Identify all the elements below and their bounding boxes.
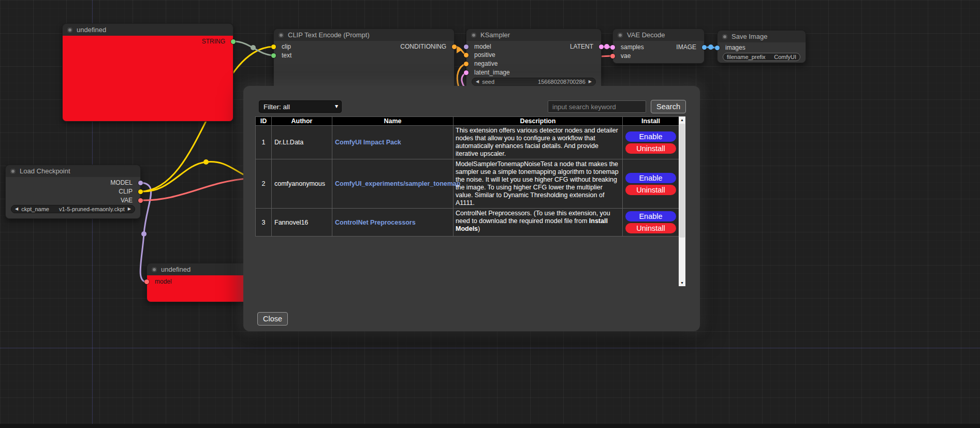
cell-author: Fannovel16: [272, 209, 332, 237]
widget-value: v1-5-pruned-emaonly.ckpt: [59, 206, 125, 212]
node-title-bar[interactable]: Save Image: [717, 30, 806, 42]
output-slot-clip[interactable]: CLIP: [6, 188, 140, 195]
output-slot-string[interactable]: STRING: [63, 38, 233, 45]
cell-description: This extension offers various detector n…: [454, 126, 623, 159]
slot-dot[interactable]: [464, 53, 469, 57]
widget-label: ckpt_name: [21, 206, 49, 212]
slot-dot[interactable]: [138, 198, 143, 203]
previous-icon[interactable]: ◀: [15, 207, 18, 211]
table-row: 1 Dr.Lt.Data ComfyUI Impact Pack This ex…: [256, 126, 679, 159]
slot-dot[interactable]: [464, 70, 469, 75]
output-slot-model[interactable]: MODEL: [6, 179, 140, 186]
node-title: Load Checkpoint: [20, 167, 70, 175]
enable-button[interactable]: Enable: [625, 211, 676, 222]
widget-value: 156680208700286: [538, 79, 586, 85]
input-slot-negative[interactable]: negative: [466, 60, 601, 67]
table-scrollbar[interactable]: ▲ ▼: [679, 116, 685, 286]
slot-dot[interactable]: [144, 279, 149, 284]
enable-button[interactable]: Enable: [625, 131, 676, 142]
slot-dot[interactable]: [599, 45, 604, 49]
next-icon[interactable]: ▶: [128, 207, 131, 211]
output-slot-vae[interactable]: VAE: [6, 197, 140, 204]
header-description: Description: [454, 117, 623, 126]
filename-prefix-widget[interactable]: filename_prefix ComfyUI: [723, 53, 800, 61]
slot-dot[interactable]: [231, 39, 236, 44]
node-vae-decode[interactable]: VAE Decode samples vae IMAGE: [612, 28, 705, 64]
uninstall-button[interactable]: Uninstall: [625, 185, 676, 195]
scroll-up-icon[interactable]: ▲: [679, 116, 685, 123]
output-slot-conditioning[interactable]: CONDITIONING: [274, 43, 454, 50]
search-input[interactable]: [548, 100, 646, 113]
node-load-checkpoint[interactable]: Load Checkpoint MODEL CLIP VAE ◀ ckpt_na…: [5, 165, 141, 219]
extension-link[interactable]: ComfyUI_experiments/sampler_tonemap: [335, 180, 460, 187]
slot-dot[interactable]: [138, 189, 143, 194]
input-slot-positive[interactable]: positive: [466, 51, 601, 58]
collapse-dot-icon[interactable]: [67, 27, 72, 33]
filter-dropdown[interactable]: Filter: all: [259, 100, 342, 113]
slot-dot[interactable]: [271, 53, 276, 58]
table-row: 2 comfyanonymous ComfyUI_experiments/sam…: [256, 159, 679, 209]
node-title-bar[interactable]: VAE Decode: [612, 28, 705, 41]
collapse-dot-icon[interactable]: [618, 33, 623, 38]
enable-button[interactable]: Enable: [625, 173, 676, 183]
slot-label: negative: [474, 60, 498, 67]
node-body: MODEL CLIP VAE ◀ ckpt_name v1-5-pruned-e…: [5, 177, 141, 219]
slot-label: latent_image: [474, 69, 510, 76]
output-slot-latent[interactable]: LATENT: [466, 43, 601, 50]
input-slot-vae[interactable]: vae: [613, 52, 704, 60]
scrollbar-thumb[interactable]: [679, 124, 685, 238]
collapse-dot-icon[interactable]: [471, 33, 476, 38]
description-text: ControlNet Preprocessors. (To use this e…: [456, 210, 610, 225]
node-save-image[interactable]: Save Image images filename_prefix ComfyU…: [717, 30, 806, 63]
search-button[interactable]: Search: [651, 100, 686, 113]
slot-label: model: [155, 278, 172, 285]
node-undefined-top[interactable]: undefined STRING: [62, 23, 233, 122]
link-midpoint-dot: [203, 159, 209, 165]
ckpt-name-widget[interactable]: ◀ ckpt_name v1-5-pruned-emaonly.ckpt ▶: [11, 205, 135, 213]
slot-dot[interactable]: [452, 45, 457, 49]
custom-nodes-table-wrap: ID Author Name Description Install 1 Dr.…: [255, 116, 679, 286]
decrement-icon[interactable]: ◀: [476, 80, 479, 84]
input-slot-latent-image[interactable]: latent_image: [466, 69, 601, 76]
output-slot-image[interactable]: IMAGE: [613, 43, 704, 51]
node-title: KSampler: [480, 31, 510, 39]
uninstall-button[interactable]: Uninstall: [625, 223, 676, 233]
input-slot-text[interactable]: text: [274, 52, 454, 59]
slot-label: images: [725, 44, 745, 51]
extension-link[interactable]: ComfyUI Impact Pack: [335, 139, 401, 146]
node-title-bar[interactable]: KSampler: [466, 28, 602, 41]
increment-icon[interactable]: ▶: [589, 80, 592, 84]
extension-link[interactable]: ControlNet Preprocessors: [335, 219, 416, 226]
close-button[interactable]: Close: [257, 312, 288, 326]
custom-nodes-manager-dialog: Filter: all ▾ Search ID Author Name Desc…: [243, 86, 700, 331]
uninstall-button[interactable]: Uninstall: [625, 143, 676, 154]
node-title: VAE Decode: [627, 31, 665, 39]
collapse-dot-icon[interactable]: [152, 267, 157, 272]
slot-dot[interactable]: [702, 45, 707, 50]
slot-dot[interactable]: [464, 62, 469, 66]
collapse-dot-icon[interactable]: [10, 169, 16, 174]
scroll-down-icon[interactable]: ▼: [679, 279, 685, 286]
canvas-bottom-edge: [0, 424, 980, 428]
custom-nodes-table: ID Author Name Description Install 1 Dr.…: [255, 116, 679, 237]
collapse-dot-icon[interactable]: [722, 34, 727, 39]
slot-dot[interactable]: [138, 181, 143, 185]
node-title-bar[interactable]: CLIP Text Encode (Prompt): [273, 28, 455, 41]
slot-label: vae: [621, 52, 631, 60]
slot-dot[interactable]: [610, 54, 615, 58]
collapse-dot-icon[interactable]: [279, 33, 284, 38]
cell-author: comfyanonymous: [272, 159, 332, 209]
slot-label: VAE: [121, 197, 133, 204]
seed-widget[interactable]: ◀ seed 156680208700286 ▶: [472, 78, 596, 86]
slot-label: IMAGE: [676, 43, 696, 51]
input-slot-images[interactable]: images: [718, 44, 806, 51]
node-title-bar[interactable]: Load Checkpoint: [5, 165, 141, 177]
link-midpoint-dot: [141, 231, 147, 237]
link-direction-arrow: [457, 46, 462, 53]
cell-id: 1: [256, 126, 272, 159]
slot-label: positive: [474, 51, 495, 58]
slot-dot[interactable]: [715, 46, 720, 50]
node-body: samples vae IMAGE: [612, 41, 705, 64]
cell-author: Dr.Lt.Data: [272, 126, 332, 159]
node-title-bar[interactable]: undefined: [62, 23, 233, 36]
